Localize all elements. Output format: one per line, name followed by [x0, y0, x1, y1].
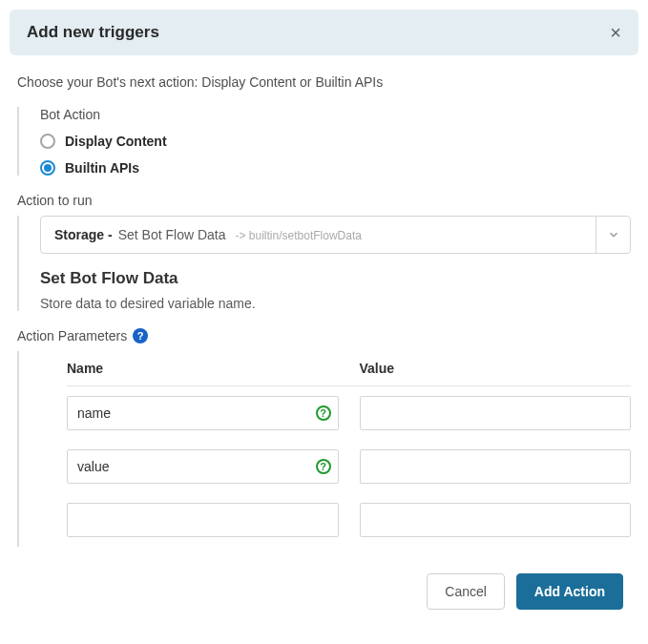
question-icon[interactable]: ? [316, 459, 331, 474]
action-select-title: Set Bot Flow Data [118, 227, 226, 242]
radio-builtin-apis[interactable]: Builtin APIs [40, 160, 631, 176]
param-name-input[interactable] [67, 449, 339, 484]
param-value-input[interactable] [360, 449, 632, 484]
radio-display-content[interactable]: Display Content [40, 134, 631, 149]
params-row: ? [67, 386, 631, 440]
action-parameters-label: Action Parameters ? [17, 328, 631, 343]
params-row [67, 493, 631, 547]
action-to-run-label: Action to run [17, 193, 631, 208]
modal-header: Add new triggers × [10, 10, 638, 55]
params-row: ? [67, 440, 631, 493]
radio-label: Display Content [65, 134, 167, 149]
param-value-input[interactable] [360, 396, 632, 430]
cancel-button[interactable]: Cancel [427, 573, 505, 610]
col-header-name: Name [67, 361, 339, 376]
close-icon[interactable]: × [610, 23, 621, 42]
action-parameters-section: Name Value ? ? [17, 351, 631, 547]
add-action-button[interactable]: Add Action [516, 573, 623, 610]
bot-action-section: Bot Action Display Content Builtin APIs [17, 107, 631, 176]
params-header-row: Name Value [67, 351, 631, 386]
radio-icon[interactable] [40, 160, 55, 176]
col-header-value: Value [360, 361, 632, 376]
action-parameters-text: Action Parameters [17, 328, 127, 343]
chevron-down-icon[interactable] [596, 217, 630, 253]
radio-icon[interactable] [40, 134, 55, 149]
modal-title: Add new triggers [27, 23, 159, 42]
action-to-run-section: Storage - Set Bot Flow Data -> builtin/s… [17, 216, 631, 311]
action-display-name: Set Bot Flow Data [40, 269, 631, 288]
action-select[interactable]: Storage - Set Bot Flow Data -> builtin/s… [40, 216, 631, 254]
param-value-input[interactable] [360, 503, 632, 537]
action-select-prefix: Storage - [54, 227, 113, 242]
param-name-input[interactable] [67, 503, 339, 537]
action-select-value: Storage - Set Bot Flow Data -> builtin/s… [41, 227, 596, 242]
modal-footer: Cancel Add Action [17, 573, 631, 610]
modal-content: Choose your Bot's next action: Display C… [10, 55, 638, 610]
action-description: Store data to desired variable name. [40, 296, 631, 311]
intro-text: Choose your Bot's next action: Display C… [17, 74, 631, 90]
help-icon[interactable]: ? [133, 328, 148, 343]
bot-action-label: Bot Action [40, 107, 631, 122]
question-icon[interactable]: ? [316, 405, 331, 421]
action-select-path: -> builtin/setbotFlowData [236, 229, 362, 242]
param-name-input[interactable] [67, 396, 339, 430]
radio-label: Builtin APIs [65, 160, 139, 176]
